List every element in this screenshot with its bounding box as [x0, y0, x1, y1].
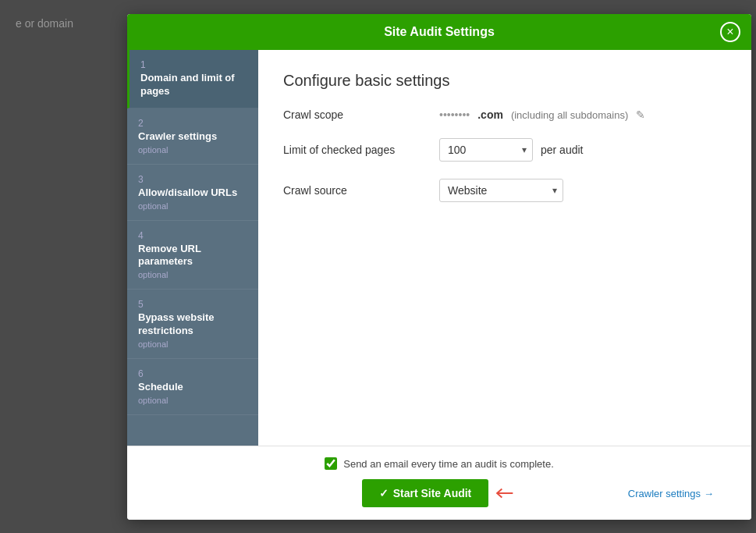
per-audit-text: per audit: [541, 144, 583, 156]
sidebar-item-crawler-settings[interactable]: 2 Crawler settings optional: [127, 108, 258, 165]
modal-header: Site Audit Settings ×: [127, 14, 751, 50]
crawl-source-row: Crawl source Website Sitemap Website & S…: [283, 179, 726, 202]
sidebar-item-schedule[interactable]: 6 Schedule optional: [127, 359, 258, 415]
crawl-source-select[interactable]: Website Sitemap Website & Sitemap: [439, 179, 563, 202]
limit-select-wrapper: 100 500 1000 5000 10000 ▾: [439, 138, 533, 162]
domain-masked: ••••••••: [439, 108, 470, 121]
modal-title: Site Audit Settings: [384, 25, 495, 39]
sidebar-item-number-6: 6: [138, 368, 247, 379]
sidebar-item-label-5: Bypass website restrictions: [138, 311, 247, 338]
modal-body: 1 Domain and limit of pages 2 Crawler se…: [127, 50, 751, 446]
crawler-settings-link[interactable]: Crawler settings →: [628, 488, 714, 499]
limit-pages-select[interactable]: 100 500 1000 5000 10000: [439, 138, 533, 162]
crawl-scope-label: Crawl scope: [283, 108, 439, 121]
crawl-scope-value: ••••••••.com (including all subdomains) …: [439, 108, 645, 121]
arrow-indicator: [495, 485, 516, 501]
sidebar-item-label-2: Crawler settings: [138, 130, 247, 144]
background-search-hint: e or domain: [16, 17, 73, 30]
sidebar-item-number-4: 4: [138, 230, 247, 241]
section-title: Configure basic settings: [283, 72, 726, 90]
crawl-source-label: Crawl source: [283, 184, 439, 197]
sidebar-item-bypass-restrictions[interactable]: 5 Bypass website restrictions optional: [127, 290, 258, 359]
sidebar-item-label-3: Allow/disallow URLs: [138, 187, 247, 200]
sidebar-item-domain-pages[interactable]: 1 Domain and limit of pages: [127, 50, 258, 108]
sidebar-item-sublabel-5: optional: [138, 339, 247, 349]
modal-close-button[interactable]: ×: [720, 22, 740, 42]
site-audit-settings-modal: Site Audit Settings × 1 Domain and limit…: [127, 14, 751, 520]
sidebar-item-sublabel-4: optional: [138, 270, 247, 279]
email-checkbox[interactable]: [325, 457, 337, 470]
crawl-scope-row: Crawl scope ••••••••.com (including all …: [283, 108, 726, 121]
limit-pages-row: Limit of checked pages 100 500 1000 5000…: [283, 138, 726, 162]
crawl-source-select-wrapper: Website Sitemap Website & Sitemap ▾: [439, 179, 563, 202]
start-audit-label: Start Site Audit: [393, 487, 472, 499]
sidebar-item-allow-disallow[interactable]: 3 Allow/disallow URLs optional: [127, 165, 258, 221]
email-label: Send an email every time an audit is com…: [343, 458, 554, 470]
footer-email-row: Send an email every time an audit is com…: [146, 457, 733, 470]
sidebar-item-sublabel-6: optional: [138, 396, 247, 405]
limit-pages-value: 100 500 1000 5000 10000 ▾ per audit: [439, 138, 583, 162]
sidebar-item-remove-url-params[interactable]: 4 Remove URL parameters optional: [127, 221, 258, 290]
sidebar-item-label-4: Remove URL parameters: [138, 243, 247, 269]
sidebar-item-label-1: Domain and limit of pages: [140, 72, 247, 98]
limit-pages-label: Limit of checked pages: [283, 144, 439, 156]
sidebar-item-label-6: Schedule: [138, 381, 247, 394]
start-site-audit-button[interactable]: ✓ Start Site Audit: [362, 479, 489, 507]
start-audit-check-icon: ✓: [379, 487, 389, 499]
sidebar-item-number-5: 5: [138, 299, 247, 310]
domain-subdomains: (including all subdomains): [511, 109, 628, 121]
main-content: Configure basic settings Crawl scope •••…: [258, 50, 751, 446]
crawl-source-value: Website Sitemap Website & Sitemap ▾: [439, 179, 563, 202]
sidebar-item-number-3: 3: [138, 174, 247, 185]
footer-actions-row: ✓ Start Site Audit Crawler settings →: [146, 479, 733, 507]
edit-domain-icon[interactable]: ✎: [636, 108, 645, 121]
sidebar-item-number-2: 2: [138, 118, 247, 129]
sidebar-item-number-1: 1: [140, 59, 247, 70]
sidebar-item-sublabel-2: optional: [138, 145, 247, 155]
sidebar: 1 Domain and limit of pages 2 Crawler se…: [127, 50, 258, 446]
crawler-settings-arrow-icon: →: [704, 488, 714, 499]
domain-tld: .com: [477, 108, 503, 121]
crawler-settings-link-label: Crawler settings: [628, 488, 701, 499]
modal-footer: Send an email every time an audit is com…: [127, 446, 751, 520]
content-spacer: [283, 219, 726, 424]
sidebar-item-sublabel-3: optional: [138, 201, 247, 211]
